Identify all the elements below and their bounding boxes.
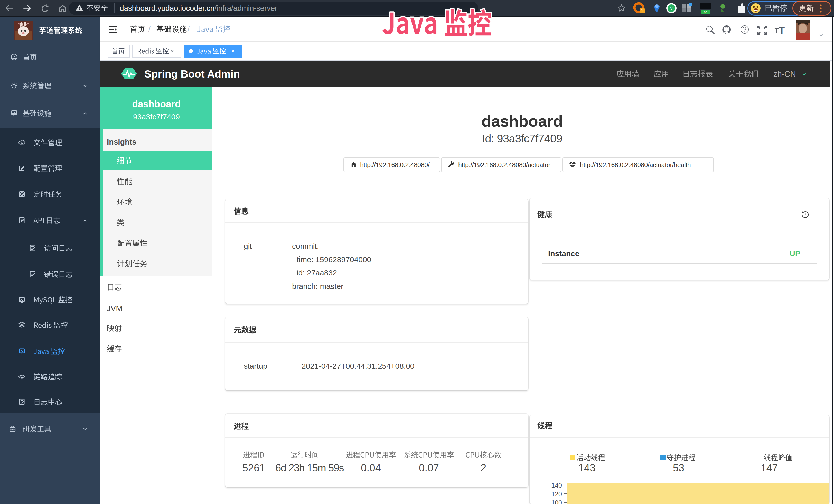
svg-text:T: T [779,25,785,36]
svg-text:T: T [775,27,779,35]
svg-text:1: 1 [641,9,643,13]
svg-text:v: v [671,6,673,10]
svg-text:on: on [704,10,707,14]
